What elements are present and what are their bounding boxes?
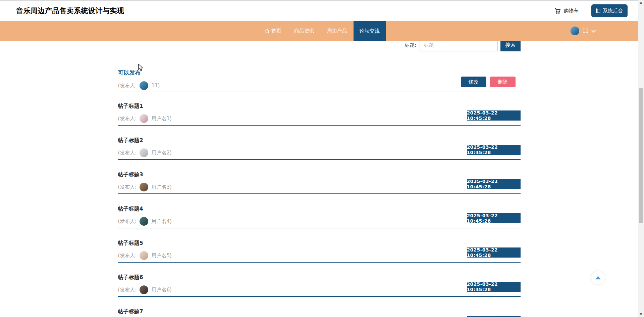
post-row: 帖子标题6 (发布人: 用户名6) 2025-03-22 10:45:28 (118, 263, 521, 297)
admin-backend-button[interactable]: 系统后台 (591, 4, 628, 17)
post-title[interactable]: 帖子标题2 (118, 137, 521, 144)
post-timestamp-badge: 2025-03-22 10:45:28 (467, 213, 521, 223)
admin-backend-label: 系统后台 (603, 8, 623, 14)
author-name: 用户名2) (151, 150, 171, 156)
author-avatar (140, 148, 148, 157)
post-list: 可以发布 (发布人: 11) 修改 删除 帖子标题1 (发布人: 用户名1) 2… (118, 41, 521, 317)
page-scrollbar[interactable] (638, 0, 644, 317)
author-name: 用户名1) (151, 116, 171, 122)
pinned-post-byline: (发布人: 11) (118, 81, 521, 91)
pinned-actions: 修改 删除 (461, 77, 521, 87)
cart-icon (554, 8, 561, 14)
nav-tab-merch-label: 周边产品 (327, 28, 347, 34)
byline-prefix: (发布人: (118, 184, 137, 190)
author-avatar (140, 285, 148, 294)
byline-prefix: (发布人: (118, 150, 137, 156)
post-timestamp-badge: 2025-03-22 10:45:28 (467, 145, 521, 155)
author-avatar (140, 114, 148, 123)
back-to-top-button[interactable] (591, 271, 605, 285)
post-byline: (发布人: 用户名6) (118, 285, 521, 295)
delete-button[interactable]: 删除 (490, 77, 516, 87)
edit-button[interactable]: 修改 (461, 77, 486, 87)
byline-prefix: (发布人: (118, 116, 137, 122)
header-actions: 购物车 系统后台 (554, 4, 633, 17)
author-name: 用户名4) (151, 218, 171, 225)
nav-tab-home-label: 首页 (271, 28, 281, 34)
post-row: 帖子标题7 (发布人: 用户名7) 2025-03-22 10:45:28 (118, 297, 521, 317)
scrollbar-up-arrow-icon[interactable] (640, 2, 642, 4)
post-row: 帖子标题1 (发布人: 用户名1) 2025-03-22 10:45:28 (118, 91, 521, 126)
author-name: 用户名6) (151, 287, 171, 293)
post-byline: (发布人: 用户名2) (118, 148, 521, 158)
post-row: 帖子标题2 (发布人: 用户名2) 2025-03-22 10:45:28 (118, 126, 521, 160)
post-title[interactable]: 帖子标题7 (118, 308, 521, 315)
top-header: 音乐周边产品售卖系统设计与实现 购物车 系统后台 (0, 0, 644, 21)
post-row: 帖子标题5 (发布人: 用户名5) 2025-03-22 10:45:28 (118, 228, 521, 263)
post-title[interactable]: 帖子标题3 (118, 171, 521, 178)
arrow-up-icon (595, 276, 601, 279)
author-avatar (140, 217, 148, 226)
post-row: 帖子标题3 (发布人: 用户名3) 2025-03-22 10:45:28 (118, 160, 521, 194)
post-title[interactable]: 帖子标题4 (118, 205, 521, 213)
byline-prefix: (发布人: (118, 253, 137, 259)
user-name: 11 (582, 28, 589, 34)
scrollbar-thumb[interactable] (639, 88, 643, 223)
main-nav: 首页 商品资讯 周边产品 论坛交流 11 (0, 21, 644, 41)
byline-prefix: (发布人: (118, 287, 137, 293)
post-title[interactable]: 帖子标题6 (118, 274, 521, 281)
site-title: 音乐周边产品售卖系统设计与实现 (16, 6, 124, 15)
byline-prefix: (发布人: (118, 218, 137, 225)
author-name: 用户名5) (151, 253, 171, 259)
nav-tab-forum-label: 论坛交流 (360, 28, 380, 34)
post-title[interactable]: 帖子标题1 (118, 102, 521, 110)
post-timestamp-badge: 2025-03-22 10:45:28 (467, 179, 521, 189)
byline-prefix: (发布人: (118, 83, 137, 89)
user-avatar (570, 26, 580, 36)
author-avatar (140, 81, 148, 90)
nav-tab-forum[interactable]: 论坛交流 (354, 21, 386, 41)
author-avatar (140, 251, 148, 260)
nav-tabs: 首页 商品资讯 周边产品 论坛交流 (258, 21, 386, 41)
nav-tab-home[interactable]: 首页 (258, 21, 288, 41)
post-title[interactable]: 帖子标题5 (118, 239, 521, 247)
main-content: 标题: 搜索 可以发布 (发布人: 11) 修改 删除 帖子标题1 ( (0, 41, 638, 317)
post-byline: (发布人: 用户名4) (118, 216, 521, 226)
cart-link[interactable]: 购物车 (554, 8, 579, 14)
scrollbar-down-arrow-icon[interactable] (640, 313, 642, 315)
post-byline: (发布人: 用户名1) (118, 114, 521, 124)
user-menu[interactable]: 11 (570, 21, 594, 41)
post-timestamp-badge: 2025-03-22 10:45:28 (467, 282, 521, 292)
author-name: 11) (151, 83, 160, 89)
post-timestamp-badge: 2025-03-22 10:45:28 (467, 110, 521, 121)
book-icon (596, 8, 601, 13)
cart-label: 购物车 (564, 8, 579, 14)
nav-tab-product-news-label: 商品资讯 (294, 28, 314, 34)
search-label: 标题: (405, 42, 416, 48)
home-icon (265, 29, 270, 34)
chevron-down-icon (591, 28, 596, 33)
author-name: 用户名3) (151, 184, 171, 190)
post-row: 帖子标题4 (发布人: 用户名4) 2025-03-22 10:45:28 (118, 194, 521, 228)
author-avatar (140, 183, 148, 191)
pinned-post: 可以发布 (发布人: 11) 修改 删除 (118, 64, 521, 91)
post-timestamp-badge: 2025-03-22 10:45:28 (467, 247, 521, 258)
nav-tab-product-news[interactable]: 商品资讯 (288, 21, 321, 41)
post-byline: (发布人: 用户名5) (118, 251, 521, 261)
nav-tab-merch[interactable]: 周边产品 (321, 21, 354, 41)
post-byline: (发布人: 用户名3) (118, 182, 521, 192)
pinned-post-title[interactable]: 可以发布 (118, 69, 521, 76)
